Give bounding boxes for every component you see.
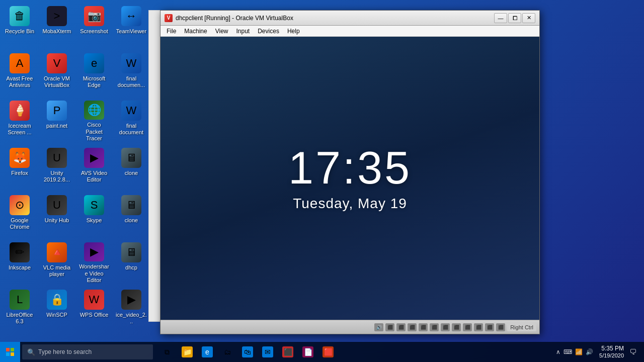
desktop-icon-final-doc1[interactable]: W final documen... xyxy=(114,51,149,97)
vbox-vm-content[interactable]: 17:35 Tuesday, May 19 xyxy=(160,37,539,320)
mail-taskbar[interactable]: ✉ xyxy=(258,342,278,362)
desktop-icon-clone1[interactable]: 🖥 clone xyxy=(114,146,149,191)
vbox-menu-machine[interactable]: Machine xyxy=(180,27,211,36)
task-view-button[interactable]: ⧉ xyxy=(157,342,177,362)
desktop-icon-screenshot[interactable]: 📷 Screenshot xyxy=(76,4,112,49)
vbox-close-button[interactable]: ✕ xyxy=(522,13,535,23)
desktop-icon-teamviewer[interactable]: ↔ TeamViewer xyxy=(114,4,149,49)
recycle-bin-icon: 🗑 xyxy=(10,6,30,26)
svg-rect-2 xyxy=(6,352,10,356)
tray-network-icon[interactable]: 📶 xyxy=(574,348,584,355)
inkscape-icon: ✏ xyxy=(10,242,30,262)
tray-speaker-icon[interactable]: 🔊 xyxy=(585,348,594,355)
wps-label: WPS Office xyxy=(80,312,109,318)
dhcp-label: dhcp xyxy=(125,264,137,271)
desktop-icon-unity[interactable]: U Unity 2019.2.8... xyxy=(39,146,74,191)
taskbar-clock[interactable]: 5:35 PM 5/19/2020 xyxy=(599,345,624,359)
desktop-icon-dhcp[interactable]: 🖥 dhcp xyxy=(114,240,149,286)
desktop-icon-oracle-vm[interactable]: V Oracle VM VirtualBox xyxy=(39,51,74,97)
vbox-menu-input[interactable]: Input xyxy=(232,27,254,36)
libreoffice-label: LibreOffice 6.3 xyxy=(4,312,35,325)
desktop-icon-wps[interactable]: W WPS Office xyxy=(76,288,112,333)
desktop-icon-paintnet[interactable]: P paint.net xyxy=(39,99,74,144)
vbox-menubar: FileMachineViewInputDevicesHelp xyxy=(160,26,539,37)
desktop-icon-recycle-bin[interactable]: 🗑 Recycle Bin xyxy=(2,4,37,49)
vbox-menu-file[interactable]: File xyxy=(163,27,180,36)
recycle-bin-label: Recycle Bin xyxy=(5,28,34,35)
avs-video-label: AVS Video Editor xyxy=(78,170,110,183)
desktop-icon-inkscape[interactable]: ✏ Inkscape xyxy=(2,240,37,286)
clone1-label: clone xyxy=(125,170,138,176)
taskbar-search-box[interactable]: 🔍 Type here to search xyxy=(22,344,153,359)
vbox-status-audio: 🔊 xyxy=(374,323,383,331)
desktop-icon-clone2[interactable]: 🖥 clone xyxy=(114,193,149,238)
desktop-icon-avast[interactable]: A Avast Free Antivirus xyxy=(2,51,37,97)
skype-label: Skype xyxy=(87,217,102,224)
vbox-minimize-button[interactable]: — xyxy=(494,13,507,23)
cisco-icon: 🌐 xyxy=(84,101,104,120)
vm-clock-date: Tuesday, May 19 xyxy=(293,196,407,212)
desktop-icon-icecream[interactable]: 🍦 Icecream Screen ... xyxy=(2,99,37,144)
start-button[interactable] xyxy=(0,342,20,362)
vbox-title-icon: V xyxy=(165,14,173,22)
vbox-titlebar: V dhcpclient [Running] - Oracle VM Virtu… xyxy=(160,11,539,26)
vbox-restore-button[interactable]: ⧠ xyxy=(508,13,521,23)
unity-label: Unity 2019.2.8... xyxy=(41,170,72,183)
vbox-menu-view[interactable]: View xyxy=(211,27,232,36)
app3-taskbar[interactable]: 🟥 xyxy=(318,342,338,362)
task-view-icon: ⧉ xyxy=(162,346,173,357)
notification-icon[interactable]: 🗨 xyxy=(626,342,640,362)
screenshot-icon: 📷 xyxy=(84,6,104,26)
desktop-icon-mobaxter[interactable]: > MobaXterm xyxy=(39,4,74,49)
desktop-icon-libreoffice[interactable]: L LibreOffice 6.3 xyxy=(2,288,37,333)
clone1-icon: 🖥 xyxy=(121,148,141,168)
desktop-icon-wondershare[interactable]: ▶ Wondershare Video Editor xyxy=(76,240,112,286)
file-explorer-taskbar[interactable]: 📁 xyxy=(177,342,197,362)
store-icon: 🛍 xyxy=(242,346,253,357)
desktop-icon-edge[interactable]: e Microsoft Edge xyxy=(76,51,112,97)
firefox-label: Firefox xyxy=(11,170,28,176)
oracle-vm-label: Oracle VM VirtualBox xyxy=(41,75,72,88)
desktop-icon-unity-hub[interactable]: U Unity Hub xyxy=(39,193,74,238)
vbox-status-s10: ⬛ xyxy=(496,323,505,331)
desktop-icon-ice-video[interactable]: ▶ ice_video_2... xyxy=(114,288,149,333)
tray-expand-icon[interactable]: ∧ xyxy=(555,348,561,355)
teamviewer-icon: ↔ xyxy=(121,6,141,26)
ice-video-icon: ▶ xyxy=(121,290,141,310)
desktop-icon-avs-video[interactable]: ▶ AVS Video Editor xyxy=(76,146,112,191)
vbox-status-s6: ⬛ xyxy=(452,323,461,331)
desktop-icon-cisco[interactable]: 🌐 Cisco Packet Tracer xyxy=(76,99,112,144)
taskbar: 🔍 Type here to search ⧉ 📁 e 🗂 🛍 ✉ xyxy=(0,342,644,362)
vbox-menu-devices[interactable]: Devices xyxy=(254,27,283,36)
store-taskbar[interactable]: 🛍 xyxy=(237,342,258,362)
file-explorer-icon: 📁 xyxy=(182,346,193,357)
desktop: 🗑 Recycle Bin > MobaXterm 📷 Screenshot ↔… xyxy=(0,0,644,362)
unity-icon: U xyxy=(47,148,67,168)
final-doc2-label: final document xyxy=(116,123,147,136)
desktop-icon-chrome[interactable]: ⊙ Google Chrome xyxy=(2,193,37,238)
app2-taskbar[interactable]: 📄 xyxy=(298,342,318,362)
winscp-label: WinSCP xyxy=(46,312,67,318)
edge-taskbar-icon: e xyxy=(202,346,213,357)
vbox-right-ctrl-label: Right Ctrl xyxy=(507,323,536,331)
winscp-icon: 🔒 xyxy=(47,290,67,310)
vbox-status-s7: ⬛ xyxy=(463,323,472,331)
edge-taskbar[interactable]: e xyxy=(197,342,217,362)
desktop-icon-final-doc2[interactable]: W final document xyxy=(114,99,149,144)
vbox-menu-help[interactable]: Help xyxy=(283,27,304,36)
wps-icon: W xyxy=(84,290,104,310)
desktop-icon-firefox[interactable]: 🦊 Firefox xyxy=(2,146,37,191)
desktop-icon-skype[interactable]: S Skype xyxy=(76,193,112,238)
edge-icon: e xyxy=(84,53,104,73)
windows-logo-icon xyxy=(6,348,14,356)
vbox-status-s8: ⬛ xyxy=(474,323,483,331)
app1-taskbar[interactable]: ⬛ xyxy=(278,342,298,362)
desktop-icon-winscp[interactable]: 🔒 WinSCP xyxy=(39,288,74,333)
tray-icons: ∧ ⌨ 📶 🔊 xyxy=(555,348,594,355)
desktop-icon-vlc[interactable]: 🔺 VLC media player xyxy=(39,240,74,286)
avs-video-icon: ▶ xyxy=(84,148,104,168)
clone2-icon: 🖥 xyxy=(121,195,141,215)
explorer-taskbar[interactable]: 🗂 xyxy=(217,342,237,362)
vlc-icon: 🔺 xyxy=(47,242,67,262)
skype-icon: S xyxy=(84,195,104,215)
